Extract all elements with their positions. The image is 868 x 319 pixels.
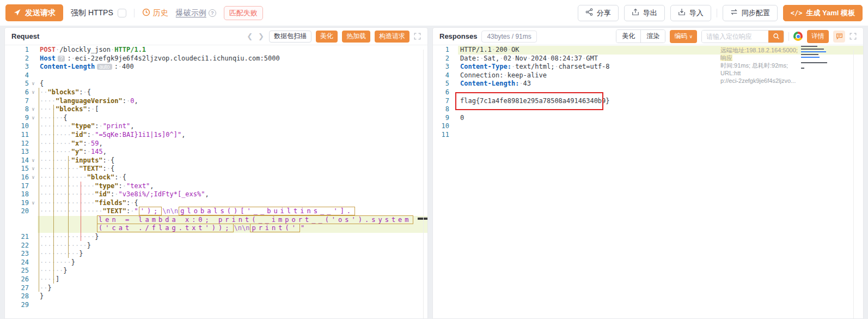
code-line: 27··} (5, 284, 427, 293)
force-https-checkbox[interactable] (118, 9, 126, 17)
import-icon (678, 8, 686, 17)
request-scrollbar[interactable] (423, 50, 424, 318)
code-line: 11········"id":·"=5qKe:BAI}1i1|1s]0^]", (5, 131, 427, 140)
send-icon (13, 8, 21, 18)
minimap[interactable] (801, 46, 833, 74)
request-panel: Request ❮ ❯ 数据包扫描 美化 热加载 构造请求 1POST·/blo… (4, 27, 428, 319)
code-line: 11 (433, 131, 863, 140)
response-meta-overlay: 远端地址:198.18.2.164:5000; 响应 时间:91ms; 总耗时:… (720, 46, 798, 85)
code-icon: </> (791, 9, 803, 17)
history-button[interactable]: 历史 (142, 8, 168, 18)
code-line: 1HTTP/1.1·200·OK (433, 46, 863, 55)
code-line: 10········"type":·"print", (5, 122, 427, 131)
url-text: p://eci-2zefgk9je6f4s2ljzvo... (720, 77, 798, 85)
fullscreen-icon[interactable] (414, 33, 421, 40)
response-search (701, 30, 784, 43)
response-scrollbar[interactable] (853, 50, 854, 318)
top-toolbar: 发送请求 强制 HTTPS 历史 爆破示例 ? 匹配失败 分享 (0, 0, 868, 26)
sync-icon (730, 8, 738, 17)
chevron-down-icon: ∨ (689, 34, 693, 39)
code-line: 6∨··"blocks":·{ (5, 88, 427, 97)
code-line: 28} (5, 292, 427, 301)
packet-scan-button[interactable]: 数据包扫描 (269, 31, 311, 43)
prev-request-chevron[interactable]: ❮ (246, 32, 253, 40)
response-editor[interactable]: 1HTTP/1.1·200·OK2Date:·Sat,·02·Nov·2024·… (433, 45, 863, 140)
response-render-button[interactable]: 渲染 (640, 30, 665, 43)
code-line: 13········"y":·145, (5, 148, 427, 157)
indent-guide (39, 88, 39, 292)
send-request-button[interactable]: 发送请求 (5, 4, 63, 21)
force-https-toggle: 强制 HTTPS (71, 8, 126, 18)
request-title: Request (11, 32, 39, 40)
share-button[interactable]: 分享 (578, 5, 619, 21)
indent-guide-active (81, 182, 81, 241)
code-line: 5Content-Length:·43 (433, 80, 863, 88)
response-beautify-button[interactable]: 美化 (616, 30, 640, 43)
next-request-chevron[interactable]: ❯ (258, 32, 265, 40)
code-line: 4Connection:·keep-alive (433, 71, 863, 80)
remote-address-text: 远端地址:198.18.2.164:5000; 响应 (720, 47, 798, 61)
response-search-input[interactable] (702, 31, 768, 43)
response-view-switch: 美化 渲染 (616, 29, 665, 43)
generate-yaml-button[interactable]: </> 生成 Yaml 模板 (783, 5, 863, 21)
timing-text: 时间:91ms; 总耗时:92ms; URL:htt (720, 62, 798, 77)
indent-guide (53, 105, 54, 284)
question-icon[interactable]: ? (209, 9, 216, 17)
code-line: 3Content-Lengthauto:·400 (5, 63, 427, 71)
force-https-label: 强制 HTTPS (71, 8, 113, 18)
hot-reload-button[interactable]: 热加载 (342, 31, 370, 43)
build-request-button[interactable]: 构造请求 (375, 31, 409, 43)
toolbar-divider (717, 9, 717, 17)
details-button[interactable]: 详情 (807, 30, 829, 43)
response-panel: Responses 43bytes / 91ms 美化 渲染 编码 ∨ 详情 (432, 27, 864, 319)
code-line: 5∨{ (5, 80, 427, 88)
code-line: 25······} (5, 267, 427, 275)
feedback-icon[interactable] (833, 31, 845, 43)
code-line: 24········} (5, 258, 427, 267)
flag-highlight-box (455, 92, 603, 110)
clock-icon (142, 8, 150, 18)
code-line: 8∨····"blocks":·[ (5, 105, 427, 114)
code-line: 2Date:·Sat,·02·Nov·2024·08:24:37·GMT (433, 55, 863, 63)
beautify-button[interactable]: 美化 (316, 31, 338, 43)
code-line: 7····"languageVersion":·0, (5, 97, 427, 106)
code-line: 1POST·/blockly_json·HTTP/1.1 (5, 46, 427, 55)
indent-guide (68, 156, 69, 258)
code-line: 10 (433, 122, 863, 131)
import-button[interactable]: 导入 (670, 5, 711, 21)
share-icon (585, 8, 593, 17)
export-icon (632, 8, 639, 17)
sync-config-button[interactable]: 同步配置 (723, 5, 778, 21)
search-icon[interactable] (768, 31, 784, 43)
blast-example-link[interactable]: 爆破示例 (176, 8, 206, 18)
code-line: 29 (5, 301, 427, 310)
fullscreen-icon[interactable] (849, 33, 857, 40)
request-editor[interactable]: 1POST·/blockly_json·HTTP/1.12Host?:·eci-… (5, 45, 427, 309)
match-failed-badge: 匹配失败 (224, 6, 263, 20)
header-divider (788, 32, 789, 41)
code-line: 90 (433, 114, 863, 123)
code-line: 4 (5, 71, 427, 80)
blast-example: 爆破示例 ? (176, 8, 216, 18)
encode-dropdown[interactable]: 编码 ∨ (670, 30, 697, 43)
export-button[interactable]: 导出 (624, 5, 665, 21)
code-line: 12········"x":·59, (5, 140, 427, 148)
response-size-badge: 43bytes / 91ms (481, 31, 536, 43)
code-line: 26····] (5, 275, 427, 284)
open-in-browser-icon[interactable] (793, 32, 803, 41)
editor-cursor (418, 218, 427, 220)
code-line: 2Host?:·eci-2zefgk9je6f4s2ljzvop.cloudec… (5, 55, 427, 63)
code-line: 9∨······{ (5, 114, 427, 123)
code-line: 3Content-Type:·text/html;·charset=utf-8 (433, 63, 863, 71)
toolbar-divider (134, 9, 135, 17)
responses-title: Responses (439, 32, 477, 40)
